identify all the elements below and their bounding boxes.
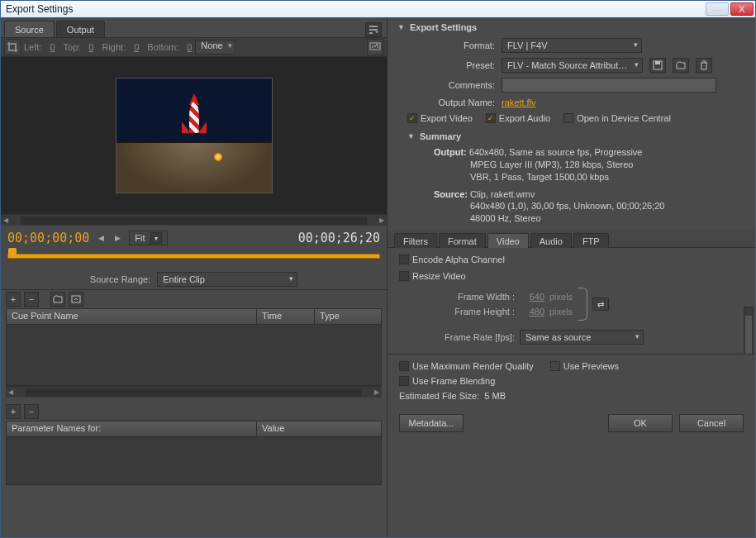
comments-row: Comments: <box>388 75 755 95</box>
titlebar-buttons: — X <box>706 2 754 16</box>
export-audio-checkbox[interactable]: ✓Export Audio <box>486 113 550 123</box>
crop-right[interactable]: 0 <box>134 42 139 52</box>
preset-row: Preset: FLV - Match Source Attribut… <box>388 55 755 75</box>
cuepoint-h-scrollbar[interactable]: ◀▶ <box>6 386 382 398</box>
framerate-select[interactable]: Same as source <box>520 330 644 345</box>
param-list[interactable] <box>6 437 382 485</box>
output-name-row: Output Name: rakett.flv <box>388 95 755 110</box>
frame-width-value[interactable]: 640 <box>520 292 544 302</box>
col-param-value: Value <box>257 421 381 436</box>
zoom-fit-select[interactable]: Fit▾ <box>129 231 167 245</box>
param-header: Parameter Names for: Value <box>6 421 382 437</box>
cuepoint-toolbar: + − <box>1 290 387 308</box>
delete-preset-button[interactable] <box>696 58 712 73</box>
use-previews-checkbox: Use Previews <box>550 361 619 371</box>
timeline[interactable] <box>1 250 387 269</box>
source-range-row: Source Range: Entire Clip <box>1 269 387 290</box>
crop-icon[interactable] <box>4 39 21 55</box>
step-forward-button[interactable]: ▶ <box>112 232 122 244</box>
tab-filters[interactable]: Filters <box>394 233 437 248</box>
panel-menu-button[interactable] <box>365 22 382 37</box>
timeline-bar[interactable] <box>7 254 380 259</box>
svg-rect-1 <box>72 296 80 302</box>
cuepoint-header: Cue Point Name Time Type <box>6 308 382 325</box>
preview-tabstrip: Source Output <box>1 17 387 37</box>
export-settings-header: ▼ Export Settings <box>388 17 755 36</box>
step-back-button[interactable]: ◀ <box>96 232 106 244</box>
encode-alpha-checkbox[interactable]: Encode Alpha Channel <box>399 255 744 264</box>
minimize-button[interactable]: — <box>706 2 729 16</box>
source-range-label: Source Range: <box>90 274 150 284</box>
remove-param-button[interactable]: − <box>24 404 39 419</box>
cancel-button[interactable]: Cancel <box>679 414 744 432</box>
playhead-icon[interactable] <box>8 248 17 258</box>
frame-height-row: Frame Height : 480 pixels <box>399 304 573 319</box>
tab-audio[interactable]: Audio <box>530 233 572 248</box>
export-checks: ✓Export Video ✓Export Audio Open in Devi… <box>388 110 755 126</box>
max-render-quality-checkbox[interactable]: Use Maximum Render Quality <box>399 361 534 371</box>
output-name-link[interactable]: rakett.flv <box>502 98 536 107</box>
tab-output[interactable]: Output <box>56 21 105 37</box>
titlebar: Export Settings — X <box>1 1 755 17</box>
col-time: Time <box>257 309 315 324</box>
import-preset-button[interactable] <box>673 58 689 73</box>
video-panel: Encode Alpha Channel Resize Video Frame … <box>388 248 755 354</box>
preset-select[interactable]: FLV - Match Source Attribut… <box>502 58 643 73</box>
col-cuepoint-name: Cue Point Name <box>7 309 257 324</box>
right-pane: ▼ Export Settings Format: FLV | F4V Pres… <box>388 17 755 537</box>
output-preview-icon[interactable] <box>367 39 383 55</box>
chevron-down-icon: ▾ <box>150 232 162 244</box>
frame-width-row: Frame Width : 640 pixels <box>399 289 573 304</box>
export-cuepoints-button[interactable] <box>69 292 83 307</box>
cuepoint-list[interactable] <box>6 325 382 386</box>
source-range-select[interactable]: Entire Clip <box>157 272 297 287</box>
tab-ftp[interactable]: FTP <box>573 233 609 248</box>
constrain-proportions-button[interactable]: ⇄ <box>592 298 609 311</box>
import-cuepoints-button[interactable] <box>50 292 65 307</box>
save-preset-button[interactable] <box>649 58 666 73</box>
summary-body: Output: 640x480, Same as source fps, Pro… <box>388 145 755 230</box>
remove-cuepoint-button[interactable]: − <box>24 292 39 307</box>
settings-v-scrollbar[interactable] <box>744 307 754 354</box>
current-timecode[interactable]: 00;00;00;00 <box>7 231 89 245</box>
format-row: Format: FLV | F4V <box>388 36 755 55</box>
crop-toolbar: Left:0 Top:0 Right:0 Bottom:0 None <box>1 37 387 57</box>
col-param-name: Parameter Names for: <box>7 421 257 436</box>
disclosure-triangle-icon[interactable]: ▼ <box>407 132 415 140</box>
preview-image <box>116 78 273 193</box>
crop-bottom[interactable]: 0 <box>187 42 192 52</box>
time-bar: 00;00;00;00 ◀ ▶ Fit▾ 00;00;26;20 <box>1 226 387 250</box>
crop-top[interactable]: 0 <box>88 42 93 52</box>
format-select[interactable]: FLV | F4V <box>502 38 642 53</box>
settings-scroll: ▼ Export Settings Format: FLV | F4V Pres… <box>388 17 755 354</box>
export-video-checkbox[interactable]: ✓Export Video <box>407 113 473 123</box>
framerate-row: Frame Rate [fps]: Same as source <box>399 327 744 347</box>
ok-button[interactable]: OK <box>608 414 673 432</box>
metadata-button[interactable]: Metadata... <box>399 414 464 432</box>
crop-left[interactable]: 0 <box>50 42 55 52</box>
link-bracket-icon <box>578 288 587 321</box>
frame-height-value[interactable]: 480 <box>520 307 544 317</box>
export-settings-window: Export Settings — X Source Output Left:0 <box>0 0 756 538</box>
add-param-button[interactable]: + <box>6 404 21 419</box>
resize-video-checkbox[interactable]: Resize Video <box>399 271 744 281</box>
preview-h-scrollbar[interactable]: ◀▶ <box>1 214 387 226</box>
tab-format[interactable]: Format <box>439 233 486 248</box>
tab-source[interactable]: Source <box>4 21 55 37</box>
crop-ratio-select[interactable]: None <box>195 40 235 55</box>
param-toolbar: + − <box>1 402 387 421</box>
bottom-settings: Use Maximum Render Quality Use Previews … <box>388 354 755 407</box>
comments-input[interactable] <box>502 78 716 93</box>
window-title: Export Settings <box>2 3 73 15</box>
col-type: Type <box>315 309 381 324</box>
disclosure-triangle-icon[interactable]: ▼ <box>397 23 405 31</box>
left-pane: Source Output Left:0 Top:0 Right:0 Botto… <box>1 17 388 537</box>
svg-rect-3 <box>655 61 660 64</box>
tab-video[interactable]: Video <box>487 233 529 248</box>
add-cuepoint-button[interactable]: + <box>6 292 21 307</box>
frame-blending-checkbox[interactable]: Use Frame Blending <box>399 376 744 386</box>
duration-timecode: 00;00;26;20 <box>298 231 380 245</box>
close-button[interactable]: X <box>730 2 754 16</box>
estimated-file-size: Estimated File Size: 5 MB <box>399 391 744 401</box>
preview-area <box>1 57 387 214</box>
